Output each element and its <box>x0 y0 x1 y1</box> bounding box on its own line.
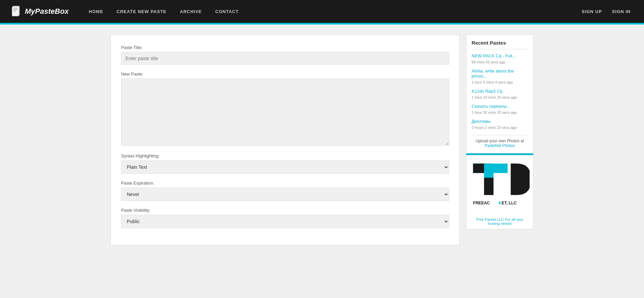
nav-contact[interactable]: CONTACT <box>209 0 246 23</box>
list-item: K11ds Rap3 Cq 1 hour 19 mins 20 secs ago <box>472 89 528 100</box>
paste-time-4: 1 hour 32 mins 32 secs ago <box>472 110 517 114</box>
syntax-select[interactable]: Plain Text HTML CSS JavaScript PHP Pytho… <box>121 160 449 174</box>
expiration-group: Paste Expiration: Never 10 Minutes 1 Hou… <box>121 181 449 201</box>
paste-time-1: 59 mins 43 secs ago <box>472 60 505 64</box>
logo-icon <box>10 5 22 17</box>
upload-text: Upload your own Photos at <box>476 139 524 143</box>
form-panel: Paste Title: New Paste: Syntax Highlight… <box>111 35 460 245</box>
visibility-select[interactable]: Public Unlisted Private <box>121 215 449 228</box>
cyan-top-bar <box>0 23 644 24</box>
nav-home[interactable]: HOME <box>82 0 110 23</box>
visibility-label: Paste Visibility: <box>121 208 449 213</box>
paste-link-5[interactable]: Дипломы <box>472 119 528 124</box>
nav-create-new-paste[interactable]: CREATE NEW PASTE <box>110 0 173 23</box>
ad-logo-area: FREEAC K ET, LLC <box>467 155 533 216</box>
expiration-select[interactable]: Never 10 Minutes 1 Hour 1 Day 1 Week 1 M… <box>121 188 449 201</box>
auth-nav: SIGN UP SIGN IN <box>578 9 634 14</box>
syntax-label: Syntax Highlighting: <box>121 153 449 158</box>
logo-text: MyPasteBox <box>25 7 69 16</box>
list-item: Aloha, write about the prices... 1 hour … <box>472 68 528 85</box>
main-nav: HOME CREATE NEW PASTE ARCHIVE CONTACT <box>82 0 578 23</box>
paste-link-1[interactable]: NEW PACK Cq - Full... <box>472 53 528 58</box>
paste-title-group: Paste Title: <box>121 45 449 65</box>
paste-link-3[interactable]: K11ds Rap3 Cq <box>472 89 528 94</box>
svg-rect-2 <box>13 8 17 9</box>
recent-pastes-panel: Recent Pastes NEW PACK Cq - Full... 59 m… <box>466 35 533 153</box>
logo-area[interactable]: MyPasteBox <box>10 5 69 17</box>
paste-textarea[interactable] <box>121 79 449 146</box>
paste-time-5: 2 hours 2 mins 23 secs ago <box>472 126 517 130</box>
list-item: Дипломы 2 hours 2 mins 23 secs ago <box>472 119 528 130</box>
svg-rect-8 <box>484 178 493 195</box>
freeacket-logo: FREEAC K ET, LLC <box>470 159 530 212</box>
paste-link-4[interactable]: Скачать сериалы... <box>472 104 528 109</box>
paste-link-2[interactable]: Aloha, write about the prices... <box>472 68 528 79</box>
visibility-group: Paste Visibility: Public Unlisted Privat… <box>121 208 449 228</box>
new-paste-label: New Paste: <box>121 71 449 77</box>
nav-archive[interactable]: ARCHIVE <box>173 0 209 23</box>
upload-link[interactable]: PasteNet Photos <box>485 143 515 148</box>
list-item: Скачать сериалы... 1 hour 32 mins 32 sec… <box>472 104 528 115</box>
svg-text:K: K <box>498 201 501 205</box>
new-paste-group: New Paste: <box>121 71 449 147</box>
upload-section: Upload your own Photos at PasteNet Photo… <box>472 135 528 148</box>
list-item: NEW PACK Cq - Full... 59 mins 43 secs ag… <box>472 53 528 64</box>
paste-time-2: 1 hour 5 mins 4 secs ago <box>472 80 513 84</box>
svg-rect-4 <box>13 11 16 11</box>
sign-up-link[interactable]: SIGN UP <box>578 9 605 14</box>
paste-title-input[interactable] <box>121 52 449 65</box>
header: MyPasteBox HOME CREATE NEW PASTE ARCHIVE… <box>0 0 644 23</box>
sign-in-link[interactable]: SIGN IN <box>609 9 634 14</box>
syntax-group: Syntax Highlighting: Plain Text HTML CSS… <box>121 153 449 174</box>
paste-time-3: 1 hour 19 mins 20 secs ago <box>472 95 517 99</box>
svg-text:ET, LLC: ET, LLC <box>502 201 517 205</box>
ad-panel: FREEAC K ET, LLC Free Packet LLC For all… <box>466 155 533 229</box>
svg-text:FREEAC: FREEAC <box>473 201 490 205</box>
svg-rect-3 <box>13 9 17 10</box>
paste-title-label: Paste Title: <box>121 45 449 50</box>
ad-text[interactable]: Free Packet LLC For all your hosting nee… <box>467 216 533 229</box>
content-wrapper: Paste Title: New Paste: Syntax Highlight… <box>104 35 540 245</box>
recent-pastes-title: Recent Pastes <box>472 40 528 49</box>
sidebar: Recent Pastes NEW PACK Cq - Full... 59 m… <box>466 35 533 245</box>
expiration-label: Paste Expiration: <box>121 181 449 186</box>
